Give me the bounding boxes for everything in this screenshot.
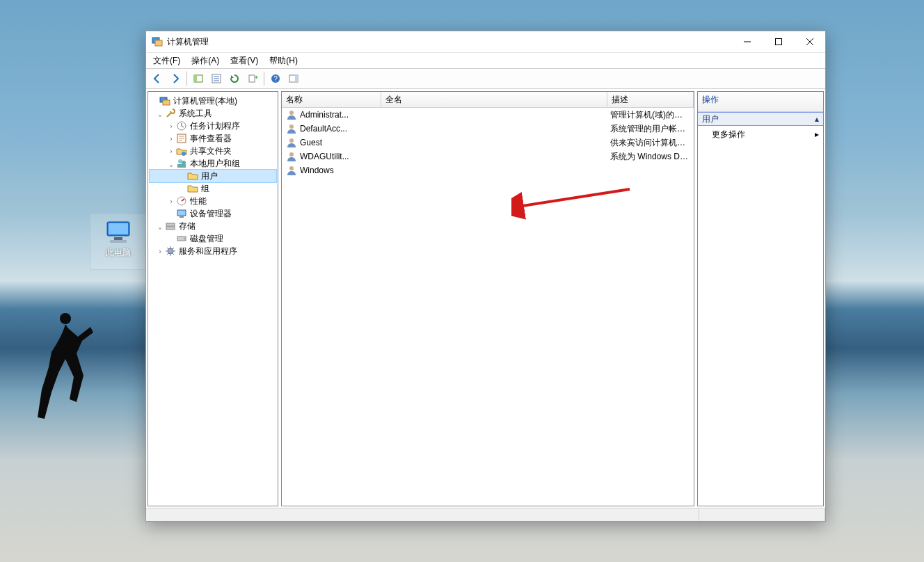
help-icon: ?: [270, 73, 281, 84]
actions-header: 操作: [698, 92, 823, 112]
cell-name: WDAGUtilit...: [282, 151, 381, 162]
list-row[interactable]: Guest供来宾访问计算机或访问域的内...: [282, 136, 694, 150]
list-row[interactable]: Windows: [282, 163, 694, 177]
toolbar-export[interactable]: [244, 70, 261, 87]
clock-icon: [176, 120, 187, 131]
tree-label: 组: [201, 183, 209, 195]
toolbar-back[interactable]: [149, 70, 166, 87]
shared-folder-icon: [176, 145, 187, 156]
svg-rect-25: [177, 210, 186, 216]
collapse-icon[interactable]: ⌄: [155, 223, 165, 230]
svg-rect-17: [163, 100, 170, 105]
tree-pane[interactable]: ▾ 计算机管理(本地) ⌄ 系统工具 › 任务计划程序: [148, 91, 278, 506]
desktop-icon-this-pc[interactable]: 此电脑: [90, 214, 146, 270]
statusbar: [146, 508, 825, 521]
column-fullname[interactable]: 全名: [381, 92, 607, 107]
tree-local-users-groups[interactable]: ⌄ 本地用户和组: [150, 157, 276, 170]
svg-rect-9: [194, 75, 197, 82]
tree-storage[interactable]: ⌄ 存储: [150, 220, 276, 232]
tree-label: 服务和应用程序: [179, 246, 237, 257]
expand-icon[interactable]: ›: [155, 248, 165, 255]
column-name[interactable]: 名称: [282, 92, 381, 107]
tree-users[interactable]: · 用户: [150, 170, 276, 182]
tree-system-tools[interactable]: ⌄ 系统工具: [150, 107, 276, 120]
tree-root[interactable]: ▾ 计算机管理(本地): [150, 95, 276, 107]
tools-icon: [165, 108, 176, 119]
svg-text:?: ?: [273, 75, 278, 83]
svg-point-32: [289, 111, 294, 115]
maximize-button[interactable]: [763, 32, 794, 52]
actions-pane-icon: [288, 73, 299, 84]
svg-rect-6: [155, 40, 162, 46]
svg-point-0: [60, 313, 71, 324]
expand-icon[interactable]: ›: [166, 135, 176, 143]
list-row[interactable]: WDAGUtilit...系统为 Windows Defender 应用...: [282, 150, 694, 163]
export-icon: [247, 73, 258, 84]
list-row[interactable]: DefaultAcc...系统管理的用户帐户。: [282, 122, 694, 136]
svg-point-35: [289, 152, 294, 156]
expand-icon[interactable]: ›: [166, 198, 176, 205]
actions-section-users[interactable]: 用户 ▴: [698, 112, 823, 126]
toolbar-properties[interactable]: [208, 70, 225, 87]
tree-shared-folders[interactable]: › 共享文件夹: [150, 145, 276, 157]
titlebar[interactable]: 计算机管理: [146, 31, 825, 53]
tree-label: 计算机管理(本地): [173, 95, 237, 107]
expand-icon[interactable]: ›: [166, 122, 176, 130]
actions-pane: 操作 用户 ▴ 更多操作 ▸: [697, 91, 824, 506]
tree-device-manager[interactable]: · 设备管理器: [150, 207, 276, 220]
computer-icon: [104, 220, 132, 244]
cell-description: 管理计算机(域)的内置帐户: [606, 109, 694, 121]
chevron-right-icon: ▸: [815, 129, 819, 139]
menu-file[interactable]: 文件(F): [148, 54, 186, 68]
tree-groups[interactable]: · 组: [150, 182, 276, 195]
collapse-icon[interactable]: ⌄: [166, 160, 176, 168]
close-icon: [806, 38, 813, 45]
computer-management-window: 计算机管理 文件(F) 操作(A) 查看(V) 帮助(H): [145, 31, 826, 522]
menu-view[interactable]: 查看(V): [225, 54, 264, 68]
tree-performance[interactable]: › 性能: [150, 195, 276, 207]
folder-icon: [187, 170, 198, 182]
toolbar-actions-pane[interactable]: [285, 70, 302, 87]
list-header: 名称 全名 描述: [282, 92, 694, 108]
toolbar-refresh[interactable]: [226, 70, 243, 87]
svg-rect-28: [166, 227, 175, 230]
pane-icon: [193, 73, 204, 84]
toolbar-show-hide[interactable]: [190, 70, 207, 87]
toolbar-forward[interactable]: [167, 70, 184, 87]
disk-icon: [176, 233, 187, 244]
svg-rect-23: [177, 164, 186, 168]
minimize-button[interactable]: [731, 32, 763, 52]
expand-icon[interactable]: ›: [166, 147, 176, 155]
actions-more[interactable]: 更多操作 ▸: [698, 126, 823, 143]
svg-rect-7: [775, 39, 781, 45]
expand-icon[interactable]: ⌄: [155, 110, 165, 118]
cell-description: 供来宾访问计算机或访问域的内...: [606, 137, 694, 149]
window-title: 计算机管理: [167, 36, 209, 48]
maximize-icon: [775, 38, 782, 45]
column-description[interactable]: 描述: [607, 92, 694, 107]
list-pane[interactable]: 名称 全名 描述 Administrat...管理计算机(域)的内置帐户Defa…: [281, 91, 694, 506]
svg-point-34: [289, 138, 294, 143]
cell-name: Windows: [282, 165, 381, 176]
storage-icon: [165, 220, 176, 232]
tree-label: 共享文件夹: [190, 145, 232, 157]
refresh-icon: [229, 73, 240, 84]
svg-line-37: [518, 189, 630, 207]
tree-disk-management[interactable]: · 磁盘管理: [150, 232, 276, 245]
tree-services-apps[interactable]: › 服务和应用程序: [150, 245, 276, 257]
tree-event-viewer[interactable]: › 事件查看器: [150, 132, 276, 145]
services-icon: [165, 246, 176, 257]
toolbar-help[interactable]: ?: [267, 70, 284, 87]
tree: ▾ 计算机管理(本地) ⌄ 系统工具 › 任务计划程序: [148, 92, 278, 260]
svg-point-33: [289, 125, 294, 129]
close-button[interactable]: [794, 32, 825, 52]
list-row[interactable]: Administrat...管理计算机(域)的内置帐户: [282, 108, 694, 122]
menu-help[interactable]: 帮助(H): [264, 54, 303, 68]
desktop-icon-label: 此电脑: [91, 247, 145, 259]
app-icon: [152, 36, 163, 47]
toolbar-separator: [264, 72, 264, 86]
actions-more-label: 更多操作: [712, 129, 745, 140]
menu-action[interactable]: 操作(A): [186, 54, 225, 68]
tree-task-scheduler[interactable]: › 任务计划程序: [150, 120, 276, 132]
toolbar-separator: [186, 72, 187, 86]
